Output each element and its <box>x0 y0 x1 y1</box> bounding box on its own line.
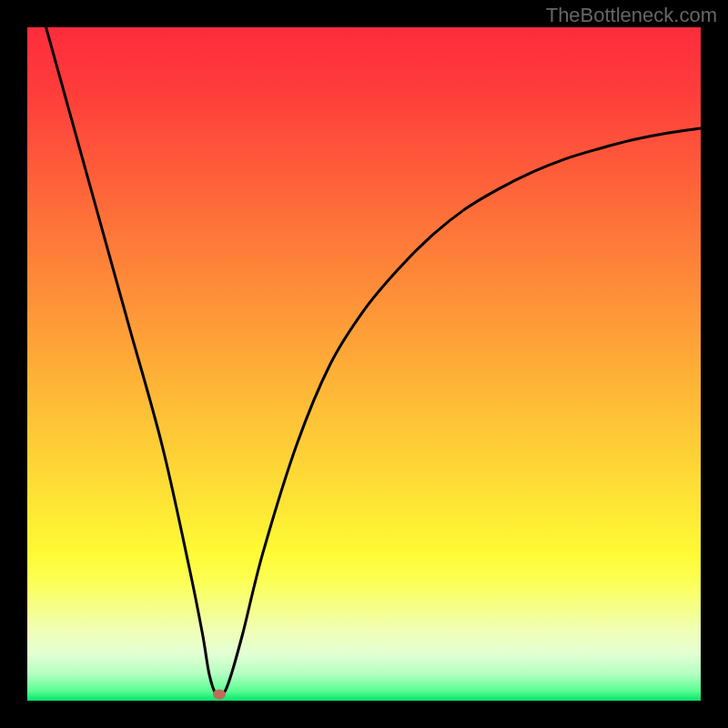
optimum-marker <box>213 689 226 699</box>
watermark-text: TheBottleneck.com <box>546 4 717 27</box>
plot-area <box>27 27 701 701</box>
bottleneck-curve <box>27 27 701 701</box>
